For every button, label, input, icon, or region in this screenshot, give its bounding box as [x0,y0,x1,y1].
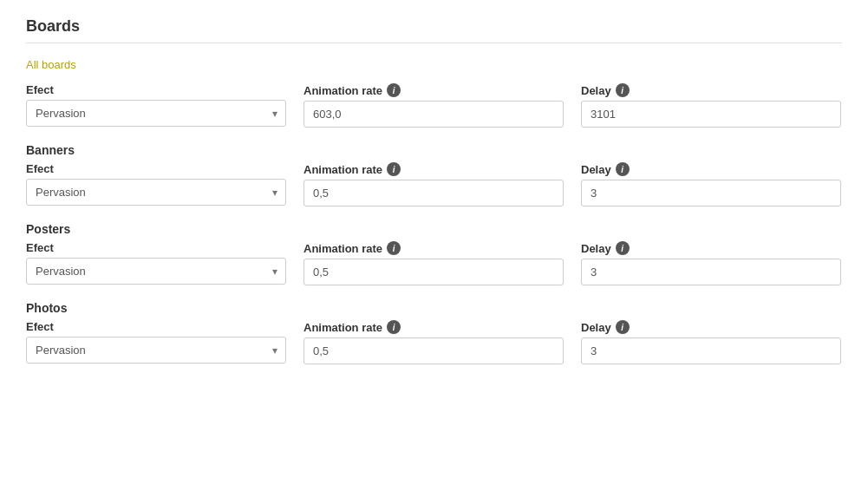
fields-row-posters: Efect Pervasion ▾ Animation rate i [26,241,842,285]
efect-select-banners[interactable]: Pervasion [26,179,286,206]
select-wrapper-banners-efect[interactable]: Pervasion ▾ [26,179,286,206]
section-posters: Posters Efect Pervasion ▾ Animation rate… [26,222,842,285]
delay-input-boards[interactable] [581,101,841,128]
label-banners-delay: Delay i [581,162,841,176]
page: Boards All boards Efect Pervasion ▾ Anim… [0,0,868,485]
divider [26,43,842,43]
animation-rate-input-boards[interactable] [303,101,564,128]
field-group-banners-animation-rate: Animation rate i [303,162,564,206]
label-banners-efect: Efect [26,162,286,175]
animation-rate-input-banners[interactable] [303,180,564,206]
section-title-banners: Banners [26,143,842,157]
section-boards: Efect Pervasion ▾ Animation rate i [26,83,842,128]
field-group-posters-delay: Delay i [581,241,841,285]
delay-info-icon-boards[interactable]: i [616,83,630,97]
fields-row-photos: Efect Pervasion ▾ Animation rate i [26,320,842,364]
field-group-posters-animation-rate: Animation rate i [303,241,564,285]
section-banners: Banners Efect Pervasion ▾ Animation rate… [26,143,842,206]
delay-info-icon-photos[interactable]: i [616,320,630,334]
label-boards-delay: Delay i [581,83,841,97]
field-group-banners-delay: Delay i [581,162,841,206]
label-posters-efect: Efect [26,241,286,254]
delay-input-banners[interactable] [581,180,841,206]
fields-row-boards: Efect Pervasion ▾ Animation rate i [26,83,842,128]
animation-rate-info-icon-boards[interactable]: i [387,83,401,97]
delay-input-posters[interactable] [581,259,841,285]
animation-rate-input-posters[interactable] [303,259,564,285]
label-banners-animation-rate: Animation rate i [303,162,564,176]
field-group-boards-efect: Efect Pervasion ▾ [26,83,286,127]
label-photos-delay: Delay i [581,320,841,334]
section-title-photos: Photos [26,301,842,315]
field-group-banners-efect: Efect Pervasion ▾ [26,162,286,206]
label-boards-efect: Efect [26,83,286,96]
fields-row-banners: Efect Pervasion ▾ Animation rate i [26,162,842,206]
field-group-photos-delay: Delay i [581,320,841,364]
efect-select-posters[interactable]: Pervasion [26,258,286,285]
label-photos-efect: Efect [26,320,286,333]
delay-input-photos[interactable] [581,338,841,364]
page-title: Boards [26,17,842,36]
select-wrapper-photos-efect[interactable]: Pervasion ▾ [26,337,286,364]
efect-select-boards[interactable]: Pervasion [26,100,286,127]
field-group-posters-efect: Efect Pervasion ▾ [26,241,286,285]
field-group-boards-delay: Delay i [581,83,841,128]
section-title-posters: Posters [26,222,842,236]
efect-select-photos[interactable]: Pervasion [26,337,286,364]
field-group-boards-animation-rate: Animation rate i [303,83,564,128]
animation-rate-info-icon-banners[interactable]: i [387,162,401,176]
field-group-photos-animation-rate: Animation rate i [303,320,564,364]
label-photos-animation-rate: Animation rate i [303,320,564,334]
animation-rate-info-icon-photos[interactable]: i [387,320,401,334]
field-group-photos-efect: Efect Pervasion ▾ [26,320,286,364]
section-photos: Photos Efect Pervasion ▾ Animation rate … [26,301,842,364]
all-boards-link[interactable]: All boards [26,58,76,71]
animation-rate-input-photos[interactable] [303,338,564,364]
animation-rate-info-icon-posters[interactable]: i [387,241,401,255]
delay-info-icon-posters[interactable]: i [616,241,630,255]
label-boards-animation-rate: Animation rate i [303,83,564,97]
select-wrapper-boards-efect[interactable]: Pervasion ▾ [26,100,286,127]
label-posters-animation-rate: Animation rate i [303,241,564,255]
label-posters-delay: Delay i [581,241,841,255]
delay-info-icon-banners[interactable]: i [616,162,630,176]
select-wrapper-posters-efect[interactable]: Pervasion ▾ [26,258,286,285]
